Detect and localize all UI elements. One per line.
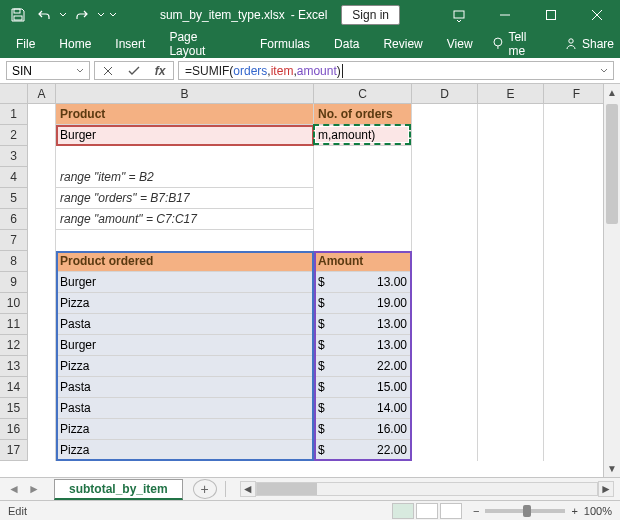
tab-view[interactable]: View [437, 33, 483, 55]
cell-B13[interactable]: Pizza [56, 356, 314, 377]
chevron-down-icon[interactable] [76, 67, 84, 75]
cell-B1[interactable]: Product [56, 104, 314, 125]
undo-dropdown-icon[interactable] [58, 3, 68, 27]
cell-C11[interactable]: $13.00 [314, 314, 412, 335]
col-header-B[interactable]: B [56, 84, 314, 104]
row-header-6[interactable]: 6 [0, 209, 28, 230]
col-header-F[interactable]: F [544, 84, 610, 104]
cell-C1[interactable]: No. of orders [314, 104, 412, 125]
view-page-break-icon[interactable] [440, 503, 462, 519]
cell-B10[interactable]: Pizza [56, 293, 314, 314]
cell-B4[interactable]: range "item" = B2 [56, 167, 314, 188]
enter-formula-icon[interactable] [121, 61, 147, 81]
row-header-11[interactable]: 11 [0, 314, 28, 335]
scroll-up-icon[interactable]: ▲ [604, 84, 620, 101]
tab-insert[interactable]: Insert [105, 33, 155, 55]
hscroll-left-icon[interactable]: ◄ [240, 481, 256, 497]
tab-file[interactable]: File [6, 33, 45, 55]
row-header-8[interactable]: 8 [0, 251, 28, 272]
cell-B9[interactable]: Burger [56, 272, 314, 293]
cell-B5[interactable]: range "orders" = B7:B17 [56, 188, 314, 209]
worksheet-grid[interactable]: A B C D E F 1234567891011121314151617 Pr… [0, 84, 620, 477]
view-normal-icon[interactable] [392, 503, 414, 519]
maximize-icon[interactable] [528, 0, 574, 30]
cell-B14[interactable]: Pasta [56, 377, 314, 398]
tab-formulas[interactable]: Formulas [250, 33, 320, 55]
scroll-thumb[interactable] [606, 104, 618, 224]
cell-C8[interactable]: Amount [314, 251, 412, 272]
cell-C15[interactable]: $14.00 [314, 398, 412, 419]
tab-page-layout[interactable]: Page Layout [159, 26, 246, 62]
sheet-nav-prev-icon[interactable]: ◄ [4, 479, 24, 499]
row-header-4[interactable]: 4 [0, 167, 28, 188]
new-sheet-icon[interactable]: + [193, 479, 217, 499]
cell-B16[interactable]: Pizza [56, 419, 314, 440]
zoom-control[interactable]: − + 100% [473, 505, 612, 517]
row-header-1[interactable]: 1 [0, 104, 28, 125]
minimize-icon[interactable] [482, 0, 528, 30]
fx-icon[interactable]: fx [147, 61, 173, 81]
select-all-cell[interactable] [0, 84, 28, 104]
undo-icon[interactable] [32, 3, 56, 27]
sheet-nav-next-icon[interactable]: ► [24, 479, 44, 499]
tab-home[interactable]: Home [49, 33, 101, 55]
share-button[interactable]: Share [564, 37, 614, 51]
view-page-layout-icon[interactable] [416, 503, 438, 519]
row-header-2[interactable]: 2 [0, 125, 28, 146]
formula-expand-icon[interactable] [599, 66, 609, 76]
cell-B17[interactable]: Pizza [56, 440, 314, 461]
row-header-13[interactable]: 13 [0, 356, 28, 377]
horizontal-scrollbar[interactable]: ◄ ► [234, 481, 620, 497]
formula-bar[interactable]: =SUMIF(orders,item,amount) [178, 61, 614, 80]
col-header-C[interactable]: C [314, 84, 412, 104]
cell-C14[interactable]: $15.00 [314, 377, 412, 398]
signin-button[interactable]: Sign in [341, 5, 400, 25]
col-header-E[interactable]: E [478, 84, 544, 104]
cell-B12[interactable]: Burger [56, 335, 314, 356]
scroll-down-icon[interactable]: ▼ [604, 460, 620, 477]
row-header-16[interactable]: 16 [0, 419, 28, 440]
ribbon-options-icon[interactable] [436, 0, 482, 30]
cell-C13[interactable]: $22.00 [314, 356, 412, 377]
redo-dropdown-icon[interactable] [96, 3, 106, 27]
row-header-14[interactable]: 14 [0, 377, 28, 398]
cell-C12[interactable]: $13.00 [314, 335, 412, 356]
row-header-5[interactable]: 5 [0, 188, 28, 209]
close-icon[interactable] [574, 0, 620, 30]
hscroll-thumb[interactable] [257, 483, 317, 495]
zoom-in-icon[interactable]: + [571, 505, 577, 517]
col-header-D[interactable]: D [412, 84, 478, 104]
row-header-10[interactable]: 10 [0, 293, 28, 314]
tab-review[interactable]: Review [373, 33, 432, 55]
redo-icon[interactable] [70, 3, 94, 27]
cell-B11[interactable]: Pasta [56, 314, 314, 335]
row-header-7[interactable]: 7 [0, 230, 28, 251]
cell-C16[interactable]: $16.00 [314, 419, 412, 440]
hscroll-right-icon[interactable]: ► [598, 481, 614, 497]
cell-C10[interactable]: $19.00 [314, 293, 412, 314]
row-header-15[interactable]: 15 [0, 398, 28, 419]
cell-B15[interactable]: Pasta [56, 398, 314, 419]
cancel-formula-icon[interactable] [95, 61, 121, 81]
save-icon[interactable] [6, 3, 30, 27]
cell-C9[interactable]: $13.00 [314, 272, 412, 293]
zoom-out-icon[interactable]: − [473, 505, 479, 517]
cell-C17[interactable]: $22.00 [314, 440, 412, 461]
tab-data[interactable]: Data [324, 33, 369, 55]
tell-me[interactable]: Tell me [491, 30, 546, 58]
cell-C2[interactable]: m,amount) [314, 125, 412, 146]
name-box[interactable]: SIN [6, 61, 90, 80]
row-header-12[interactable]: 12 [0, 335, 28, 356]
cell-B8[interactable]: Product ordered [56, 251, 314, 272]
vertical-scrollbar[interactable]: ▲ ▼ [603, 84, 620, 477]
row-header-9[interactable]: 9 [0, 272, 28, 293]
row-header-3[interactable]: 3 [0, 146, 28, 167]
sheet-cells[interactable]: ProductNo. of ordersBurgerm,amount)range… [28, 104, 620, 461]
cell-B2[interactable]: Burger [56, 125, 314, 146]
qat-customize-icon[interactable] [108, 3, 118, 27]
row-header-17[interactable]: 17 [0, 440, 28, 461]
zoom-slider[interactable] [485, 509, 565, 513]
col-header-A[interactable]: A [28, 84, 56, 104]
cell-B6[interactable]: range "amount" = C7:C17 [56, 209, 314, 230]
sheet-tab-active[interactable]: subtotal_by_item [54, 479, 183, 500]
